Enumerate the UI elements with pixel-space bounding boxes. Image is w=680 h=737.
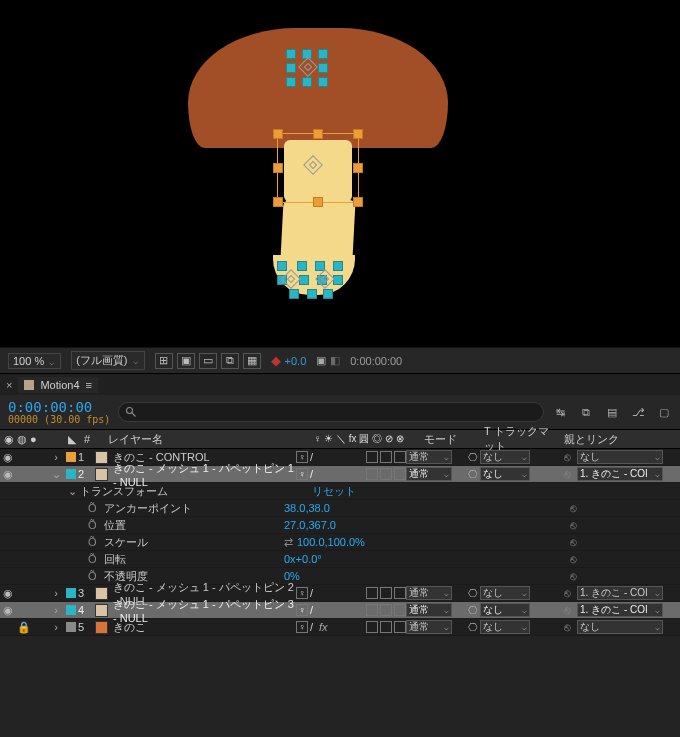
- video-toggle-icon[interactable]: ◉: [0, 468, 16, 481]
- blend-mode-select[interactable]: 通常: [406, 467, 452, 481]
- layer-color-chip[interactable]: [66, 469, 76, 479]
- twirl-icon[interactable]: ›: [48, 451, 64, 463]
- property-row[interactable]: Õ不透明度0%⎋: [0, 568, 680, 585]
- collapse-switch[interactable]: /: [310, 604, 313, 616]
- adjustment-switch[interactable]: [380, 468, 392, 480]
- trackmatte-toggle[interactable]: ⎔: [466, 451, 480, 464]
- expression-pickwhip-icon[interactable]: ⎋: [566, 553, 580, 565]
- layer-row[interactable]: ◉ › 3 きのこ - メッシュ 1 - パペットピン 2 - NULL ♀/ …: [0, 585, 680, 602]
- zoom-select[interactable]: 100 %: [8, 353, 61, 369]
- property-value[interactable]: 0x+0.0°: [284, 553, 322, 565]
- stopwatch-icon[interactable]: Õ: [88, 553, 104, 565]
- property-row[interactable]: Õ回転0x+0.0°⎋: [0, 551, 680, 568]
- pickwhip-icon[interactable]: ⎋: [560, 604, 574, 616]
- layer-color-chip[interactable]: [66, 588, 76, 598]
- guides-icon[interactable]: ▣: [177, 353, 195, 369]
- twirl-icon[interactable]: ⌄: [64, 485, 80, 498]
- blend-mode-select[interactable]: 通常: [406, 450, 452, 464]
- current-timecode[interactable]: 0:00:00:00: [8, 399, 110, 415]
- property-value[interactable]: 100.0,100.0%: [297, 536, 365, 548]
- mask-icon[interactable]: ▭: [199, 353, 217, 369]
- render-queue-icon[interactable]: ▢: [656, 406, 672, 419]
- stopwatch-icon[interactable]: Õ: [88, 519, 104, 531]
- switches-column[interactable]: ♀ ☀ ＼ fx 圓 ◎ ⊘ ⊗: [310, 430, 420, 448]
- collapse-switch[interactable]: /: [310, 587, 313, 599]
- shy-switch[interactable]: ♀: [296, 604, 308, 616]
- parent-select[interactable]: 1. きのこ - COI: [577, 603, 663, 617]
- lock-icon[interactable]: 🔒: [16, 621, 32, 634]
- trackmatte-select[interactable]: なし: [480, 467, 530, 481]
- collapse-switch[interactable]: /: [310, 451, 313, 463]
- preview-time[interactable]: 0:00:00:00: [350, 355, 402, 367]
- pickwhip-icon[interactable]: ⎋: [560, 621, 574, 633]
- blend-mode-select[interactable]: 通常: [406, 603, 452, 617]
- property-row[interactable]: Õスケール⇄100.0,100.0%⎋: [0, 534, 680, 551]
- pickwhip-icon[interactable]: ⎋: [560, 468, 574, 480]
- property-value[interactable]: 27.0,367.0: [284, 519, 336, 531]
- trackmatte-toggle[interactable]: ⎔: [466, 468, 480, 481]
- property-row[interactable]: Õアンカーポイント38.0,38.0⎋: [0, 500, 680, 517]
- fx-badge[interactable]: fx: [319, 621, 328, 633]
- label-color-icon[interactable]: ◣: [68, 433, 76, 446]
- video-toggle-icon[interactable]: ◉: [0, 604, 16, 617]
- pickwhip-icon[interactable]: ⎋: [560, 451, 574, 463]
- trackmatte-column[interactable]: T トラックマット: [480, 430, 560, 448]
- parent-select[interactable]: なし: [577, 450, 663, 464]
- layer-row[interactable]: ◉ ⌄ 2 きのこ - メッシュ 1 - パペットピン 1 - NULL ♀/ …: [0, 466, 680, 483]
- exposure-value[interactable]: +0.0: [285, 355, 307, 367]
- mode-column[interactable]: モード: [420, 430, 480, 448]
- twirl-icon[interactable]: ›: [48, 621, 64, 633]
- transform-group[interactable]: ⌄ トランスフォーム リセット: [0, 483, 680, 500]
- pickwhip-icon[interactable]: ⎋: [560, 587, 574, 599]
- grid-icon[interactable]: ⊞: [155, 353, 173, 369]
- constrain-proportions-icon[interactable]: ⇄: [284, 536, 293, 549]
- stopwatch-icon[interactable]: Õ: [88, 570, 104, 582]
- layer-row[interactable]: ◉ › 4 きのこ - メッシュ 1 - パペットピン 3 - NULL ♀/ …: [0, 602, 680, 619]
- trackmatte-select[interactable]: なし: [480, 603, 530, 617]
- reset-button[interactable]: リセット: [312, 484, 356, 499]
- resolution-select[interactable]: (フル画質): [71, 351, 144, 370]
- selection-bbox[interactable]: [278, 134, 358, 202]
- shy-switch[interactable]: ♀: [296, 451, 308, 463]
- puppet-pin-icon[interactable]: [303, 155, 323, 175]
- 3d-switch[interactable]: [366, 451, 378, 463]
- video-toggle-icon[interactable]: ◉: [0, 587, 16, 600]
- parent-column[interactable]: 親とリンク: [560, 430, 680, 448]
- expression-pickwhip-icon[interactable]: ⎋: [566, 502, 580, 514]
- parent-select[interactable]: 1. きのこ - COI: [577, 586, 663, 600]
- frame-blend-icon[interactable]: ⧉: [578, 406, 594, 419]
- property-row[interactable]: Õ位置27.0,367.0⎋: [0, 517, 680, 534]
- 3d-switch[interactable]: [366, 468, 378, 480]
- trackmatte-select[interactable]: なし: [480, 620, 530, 634]
- collapse-switch[interactable]: /: [310, 468, 313, 480]
- collapse-switch[interactable]: /: [310, 621, 313, 633]
- panel-menu-icon[interactable]: ≡: [86, 379, 92, 391]
- expression-pickwhip-icon[interactable]: ⎋: [566, 519, 580, 531]
- layer-color-chip[interactable]: [66, 452, 76, 462]
- layer-color-chip[interactable]: [66, 605, 76, 615]
- shy-switch[interactable]: ♀: [296, 587, 308, 599]
- trackmatte-select[interactable]: なし: [480, 586, 530, 600]
- region-icon[interactable]: ⧉: [221, 353, 239, 369]
- parent-select[interactable]: 1. きのこ - COI: [577, 467, 663, 481]
- snapshot-icon[interactable]: ▣: [316, 354, 326, 367]
- adjustment-switch[interactable]: [380, 451, 392, 463]
- layer-name-label[interactable]: きのこ: [111, 620, 296, 635]
- index-column[interactable]: #: [78, 430, 96, 448]
- trackmatte-toggle[interactable]: ⎔: [466, 604, 480, 617]
- twirl-icon[interactable]: ›: [48, 587, 64, 599]
- video-toggle-icon[interactable]: ◉: [0, 451, 16, 464]
- layer-row[interactable]: 🔒 › 5 きのこ ♀/fx 通常 ⎔ なし ⎋なし: [0, 619, 680, 636]
- layer-search-input[interactable]: [118, 402, 544, 422]
- expression-pickwhip-icon[interactable]: ⎋: [566, 570, 580, 582]
- trackmatte-select[interactable]: なし: [480, 450, 530, 464]
- property-value[interactable]: 38.0,38.0: [284, 502, 330, 514]
- expression-pickwhip-icon[interactable]: ⎋: [566, 536, 580, 548]
- shy-switch[interactable]: ♀: [296, 621, 308, 633]
- solo-switch[interactable]: [394, 468, 406, 480]
- twirl-icon[interactable]: ›: [48, 604, 64, 616]
- twirl-icon[interactable]: ⌄: [48, 468, 64, 481]
- motion-blur-icon[interactable]: ▤: [604, 406, 620, 419]
- show-snapshot-icon[interactable]: ◧: [330, 354, 340, 367]
- close-panel-icon[interactable]: ×: [6, 379, 12, 391]
